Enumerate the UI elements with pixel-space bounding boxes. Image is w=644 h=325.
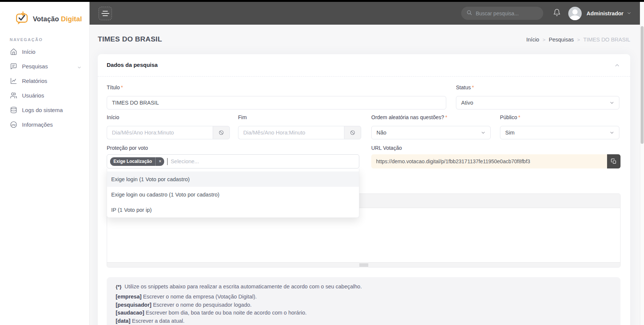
tag-label: Exige Localização — [110, 159, 155, 164]
sidebar-section-label: NAVEGAÇÃO — [10, 37, 43, 42]
snippets-intro: {*} Utilize os snippets abaixo para real… — [116, 284, 612, 290]
vertical-scrollbar — [640, 2, 644, 325]
survey-icon — [10, 63, 17, 70]
ordem-label: Ordem aleatória nas questões?* — [371, 114, 447, 120]
reports-icon — [10, 77, 17, 85]
search-box[interactable] — [461, 7, 543, 20]
titulo-input[interactable] — [107, 96, 446, 109]
dropdown-option[interactable]: IP (1 Voto por ip) — [107, 202, 359, 217]
ordem-select[interactable]: Não — [371, 126, 491, 139]
protecao-search-input[interactable] — [171, 158, 356, 164]
protecao-multiselect[interactable]: Exige Localização × — [107, 154, 359, 168]
snippet-token: [empresa] — [116, 294, 141, 300]
svg-text:php: php — [11, 124, 16, 126]
sidebar-item-label: Logs do sistema — [22, 107, 63, 113]
sidebar-item-usuarios[interactable]: Usuários — [0, 88, 90, 103]
sidebar-item-relatorios[interactable]: Relatórios — [0, 74, 90, 88]
window-top-strip — [0, 0, 644, 2]
inicio-label: Início — [107, 114, 119, 120]
breadcrumb-pesquisas[interactable]: Pesquisas — [549, 37, 574, 43]
inicio-date-input[interactable] — [107, 126, 213, 139]
fim-date-group — [238, 126, 361, 139]
copy-url-button[interactable] — [607, 154, 620, 168]
sidebar-item-label: Relatórios — [22, 78, 47, 84]
home-icon — [10, 48, 17, 56]
ordem-value: Não — [376, 130, 387, 136]
user-name[interactable]: Administrador — [587, 10, 623, 16]
bell-icon[interactable] — [553, 9, 561, 18]
sidebar-item-logs[interactable]: Logs do sistema — [0, 103, 90, 117]
sidebar-item-label: Informações — [22, 121, 53, 128]
snippet-item: [pesquisador] Escrever o nome do pesquis… — [116, 301, 612, 309]
php-icon: php — [10, 121, 17, 129]
snippet-token: [saudacao] — [116, 310, 144, 316]
titulo-label: Título* — [107, 84, 123, 90]
sidebar-item-label: Usuários — [22, 92, 44, 99]
editor-resize-handle[interactable] — [359, 264, 368, 266]
snippets-info-panel: {*} Utilize os snippets abaixo para real… — [107, 277, 620, 325]
card-header: Dados da pesquisa — [98, 54, 630, 77]
protecao-label: Proteção por voto — [107, 145, 148, 151]
snippet-item: [saudacao] Escrever bom dia, boa tarde o… — [116, 309, 612, 317]
fim-label: Fim — [238, 114, 247, 120]
topbar: Administrador — [90, 2, 644, 25]
publico-label: Público* — [500, 114, 520, 120]
menu-toggle-button[interactable] — [99, 7, 112, 20]
select-chevron-icon — [610, 100, 614, 105]
avatar[interactable] — [568, 7, 582, 20]
sidebar-item-pesquisas[interactable]: Pesquisas — [0, 59, 90, 74]
snippet-item: [data] Escrever a data atual. — [116, 317, 612, 325]
sidebar-item-label: Pesquisas — [22, 63, 48, 69]
users-icon — [10, 92, 17, 99]
status-select[interactable]: Ativo — [456, 96, 619, 109]
snippets-intro-text: Utilize os snippets abaixo para realizar… — [125, 284, 362, 290]
tag-remove-icon[interactable]: × — [155, 157, 164, 166]
breadcrumb-separator: > — [543, 37, 545, 43]
url-input[interactable] — [371, 154, 607, 168]
brand-logo-icon — [15, 11, 29, 27]
breadcrumb-separator: > — [577, 37, 580, 43]
fim-date-input[interactable] — [238, 126, 344, 139]
snippet-icon: {*} — [116, 284, 122, 290]
snippet-item: [empresa] Escrever o nome da empresa (Vo… — [116, 293, 612, 301]
sidebar-item-label: Início — [22, 49, 35, 55]
sidebar: Votação Digital NAVEGAÇÃO Início Pesquis… — [0, 2, 90, 325]
text-caret — [167, 158, 168, 165]
protecao-tag: Exige Localização × — [110, 157, 164, 166]
status-value: Ativo — [461, 100, 473, 106]
database-icon — [10, 106, 17, 114]
status-label: Status* — [456, 84, 474, 90]
search-icon — [466, 10, 472, 17]
brand[interactable]: Votação Digital — [0, 2, 89, 29]
sidebar-item-inicio[interactable]: Início — [0, 44, 90, 59]
breadcrumb-inicio[interactable]: Início — [526, 37, 540, 43]
copy-icon — [611, 158, 617, 164]
chevron-down-icon — [77, 64, 81, 71]
url-group — [371, 154, 620, 168]
sidebar-item-informacoes[interactable]: php Informações — [0, 117, 90, 132]
publico-select[interactable]: Sim — [500, 126, 619, 139]
survey-data-card: Dados da pesquisa Título* Status* Ativo … — [98, 54, 630, 325]
dropdown-option[interactable]: Exige login ou cadastro (1 Voto por cada… — [107, 187, 359, 202]
sidebar-nav: Início Pesquisas Relatórios Usuários — [0, 44, 90, 132]
topbar-right: Administrador — [461, 2, 631, 25]
scrollbar-thumb[interactable] — [641, 26, 644, 144]
search-input[interactable] — [476, 10, 535, 16]
select-chevron-icon — [610, 130, 614, 135]
user-menu-chevron-icon[interactable] — [627, 10, 631, 17]
breadcrumb: Início > Pesquisas > TIMES DO BRASIL — [526, 37, 630, 43]
brand-name: Votação Digital — [33, 15, 82, 23]
inicio-date-group — [107, 126, 230, 139]
dropdown-option[interactable]: Exige login (1 Voto por cadastro) — [107, 171, 359, 187]
collapse-chevron-icon[interactable] — [615, 63, 620, 69]
clear-date-icon[interactable] — [213, 126, 230, 139]
snippet-token: [data] — [116, 318, 130, 324]
card-title: Dados da pesquisa — [107, 62, 158, 68]
snippet-token: [pesquisador] — [116, 302, 151, 308]
protecao-dropdown: Exige login (1 Voto por cadastro) Exige … — [107, 168, 359, 218]
clear-date-icon[interactable] — [344, 126, 361, 139]
url-label: URL Votação — [371, 145, 402, 151]
breadcrumb-current: TIMES DO BRASIL — [583, 37, 630, 43]
page-heading: TIMES DO BRASIL Início > Pesquisas > TIM… — [98, 35, 630, 46]
editor-statusbar — [107, 262, 620, 267]
